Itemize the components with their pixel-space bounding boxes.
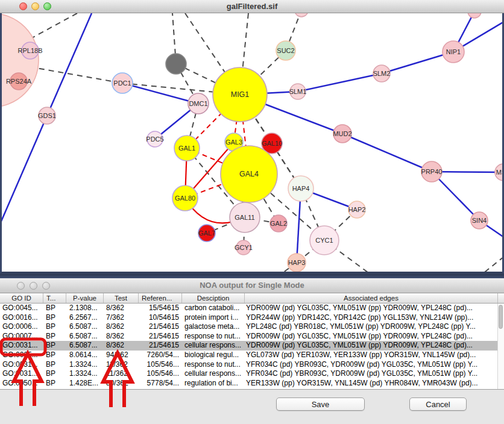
table-row[interactable]: GO:0050...BP1.428E...80/3625778/54...reg… [0, 379, 504, 388]
node-label: PRP40 [421, 168, 443, 175]
cell-desc: response to nut... [182, 360, 245, 370]
cell-ref: 5778/54... [139, 379, 182, 388]
table-row[interactable]: GO:0031...BP6.5087...8/36221/54615cellul… [0, 341, 504, 351]
node-label: GAL11 [235, 214, 254, 221]
node-unlabeled[interactable] [295, 13, 308, 17]
table-row[interactable]: GO:0031...BP1.3324...11/362105/546...cel… [0, 369, 504, 379]
cell-desc: biological regul... [182, 351, 245, 360]
cell-type: BP [43, 313, 66, 323]
table-row[interactable]: GO:0016...BP6.2567...7/36210/54615protei… [0, 313, 504, 323]
column-header-p-value[interactable]: P-value [66, 293, 104, 303]
node-unlabeled[interactable] [468, 13, 481, 18]
cell-goid: GO:0031... [0, 369, 43, 379]
node-label: PDC1 [113, 80, 131, 87]
node-label: SLM1 [289, 88, 307, 95]
noa-window-title: NOA output for Single Mode [0, 278, 504, 293]
cell-type: BP [43, 360, 66, 370]
noa-window-titlebar[interactable]: NOA output for Single Mode [0, 278, 504, 293]
table-row[interactable]: GO:0065...BP8.0614...94/3627260/54...bio… [0, 351, 504, 360]
node-label: MSN [496, 169, 502, 176]
table-row[interactable]: GO:0045...BP2.1308...8/36215/54615carbon… [0, 304, 504, 313]
node-unlabeled[interactable] [166, 54, 186, 74]
node-unlabeled[interactable] [2, 13, 39, 107]
cell-type: BP [43, 351, 66, 360]
cell-type: BP [43, 369, 66, 379]
cell-desc: protein import i... [182, 313, 245, 323]
node-label: GAL10 [262, 140, 282, 147]
network-graph: RPL18BRPS24AGDS1PDC1MIG1SUC2SLM1DMC1SLM2… [2, 13, 502, 272]
cancel-button[interactable]: Cancel [409, 398, 467, 411]
cell-ref: 21/54615 [139, 322, 182, 332]
cell-test: 8/362 [104, 304, 139, 313]
cell-desc: carbon cataboli... [182, 304, 245, 313]
cell-test: 8/362 [104, 341, 139, 351]
cell-goid: GO:0007... [0, 332, 43, 341]
cell-goid: GO:0050... [0, 379, 43, 388]
cell-goid: GO:0016... [0, 313, 43, 323]
zoom-button[interactable] [43, 2, 51, 10]
cell-pval: 1.3324... [66, 360, 104, 370]
cell-edges: YDR009W (pd) YGL035C, YML051W (pp) YDR00… [245, 304, 498, 313]
column-header-t-[interactable]: T... [43, 293, 66, 303]
cell-type: BP [43, 304, 66, 313]
node-label: CYC1 [315, 237, 333, 244]
table-row[interactable]: GO:0031...BP1.3324...11/362105/546...res… [0, 360, 504, 370]
node-label: GCY1 [235, 244, 253, 251]
cell-edges: YDR244W (pp) YDR142C, YDR142C (pp) YGL15… [245, 313, 498, 323]
table-scrollbar[interactable] [497, 304, 504, 389]
cell-desc: cellular respons... [182, 369, 245, 379]
cell-desc: cellular respons... [182, 341, 245, 351]
node-label: SLM2 [373, 70, 391, 77]
node-label: NIP1 [446, 48, 461, 55]
cell-edges: YER133W (pp) YOR315W, YNL145W (pd) YHR08… [245, 379, 498, 388]
table-row[interactable]: GO:0007...BP6.5087...8/36221/54615respon… [0, 332, 504, 341]
save-button[interactable]: Save [276, 398, 365, 411]
cell-pval: 1.428E... [66, 379, 104, 388]
cell-ref: 105/546... [139, 360, 182, 370]
cell-ref: 10/54615 [139, 313, 182, 323]
close-button[interactable] [17, 282, 25, 290]
cell-edges: YGL073W (pd) YER103W, YER133W (pp) YOR31… [245, 351, 498, 360]
node-label: GAL7 [198, 229, 215, 237]
node-label: GAL3 [225, 139, 242, 146]
network-edge [482, 257, 502, 272]
cell-goid: GO:0006... [0, 322, 43, 332]
node-label: SUC2 [277, 47, 294, 54]
column-header-associated-edges[interactable]: Associated edges [245, 293, 498, 303]
cell-test: 11/362 [104, 369, 139, 379]
cell-edges: YFR034C (pd) YBR093C, YDR009W (pd) YGL03… [245, 369, 498, 379]
screen: galFiltered.sif RPL18BRPS24AGDS1PDC1MIG1… [0, 0, 504, 424]
cell-ref: 7260/54... [139, 351, 182, 360]
column-header-go-id[interactable]: GO ID [0, 293, 43, 303]
table-body: GO:0045...BP2.1308...8/36215/54615carbon… [0, 304, 504, 388]
cell-test: 7/362 [104, 313, 139, 323]
column-header-desciption[interactable]: Desciption [182, 293, 245, 303]
cell-pval: 6.5087... [66, 322, 104, 332]
scrollbar-thumb[interactable] [499, 305, 503, 329]
traffic-lights-inactive [17, 282, 50, 290]
node-label: DMC1 [189, 100, 207, 107]
cell-desc: response to nut... [182, 332, 245, 341]
network-window-titlebar[interactable]: galFiltered.sif [0, 0, 504, 13]
column-header-referen-[interactable]: Referen... [139, 293, 182, 303]
network-edge [298, 73, 382, 92]
cell-edges: YFR034C (pd) YBR093C, YDR009W (pd) YGL03… [245, 360, 498, 370]
node-label: GAL4 [239, 170, 259, 178]
minimize-button[interactable] [30, 282, 37, 290]
cell-goid: GO:0065... [0, 351, 43, 360]
cell-ref: 21/54615 [139, 341, 182, 351]
column-header-test[interactable]: Test [104, 293, 139, 303]
cell-type: BP [43, 322, 66, 332]
network-edge [122, 83, 198, 104]
cell-test: 94/362 [104, 351, 139, 360]
network-canvas[interactable]: RPL18BRPS24AGDS1PDC1MIG1SUC2SLM1DMC1SLM2… [0, 13, 504, 274]
zoom-button[interactable] [42, 282, 50, 290]
node-label: GAL80 [175, 195, 195, 202]
node-label: GAL1 [178, 145, 195, 152]
minimize-button[interactable] [31, 2, 39, 10]
table-row[interactable]: GO:0006...BP6.5087...8/36221/54615galact… [0, 322, 504, 332]
noa-results-table: GO IDT...P-valueTestReferen...Desciption… [0, 293, 504, 390]
close-button[interactable] [19, 2, 27, 10]
cell-test: 8/362 [104, 322, 139, 332]
network-edge [2, 116, 47, 224]
